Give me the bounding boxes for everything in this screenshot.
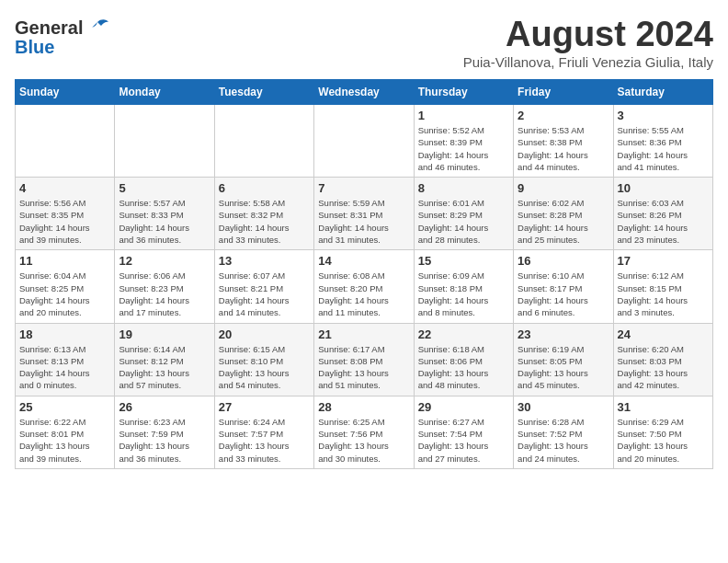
- day-number: 8: [418, 181, 509, 195]
- calendar-cell: 22Sunrise: 6:18 AM Sunset: 8:06 PM Dayli…: [414, 323, 513, 396]
- calendar-cell: 27Sunrise: 6:24 AM Sunset: 7:57 PM Dayli…: [214, 396, 313, 468]
- calendar-cell: 17Sunrise: 6:12 AM Sunset: 8:15 PM Dayli…: [613, 250, 712, 323]
- calendar-cell: [314, 105, 414, 178]
- day-info: Sunrise: 6:13 AM Sunset: 8:13 PM Dayligh…: [19, 343, 110, 392]
- calendar-cell: 31Sunrise: 6:29 AM Sunset: 7:50 PM Dayli…: [613, 396, 712, 468]
- day-info: Sunrise: 6:15 AM Sunset: 8:10 PM Dayligh…: [219, 343, 310, 392]
- day-info: Sunrise: 6:17 AM Sunset: 8:08 PM Dayligh…: [318, 343, 409, 392]
- weekday-header-thursday: Thursday: [414, 80, 513, 105]
- calendar-cell: 24Sunrise: 6:20 AM Sunset: 8:03 PM Dayli…: [613, 323, 712, 396]
- day-info: Sunrise: 6:12 AM Sunset: 8:15 PM Dayligh…: [618, 270, 709, 318]
- calendar-cell: 21Sunrise: 6:17 AM Sunset: 8:08 PM Dayli…: [314, 323, 414, 396]
- page-header: General Blue August 2024 Puia-Villanova,…: [15, 15, 713, 70]
- logo-general: General: [15, 17, 83, 39]
- day-number: 23: [518, 327, 609, 341]
- calendar-cell: 23Sunrise: 6:19 AM Sunset: 8:05 PM Dayli…: [514, 323, 613, 396]
- calendar-cell: [214, 105, 313, 178]
- calendar-cell: 26Sunrise: 6:23 AM Sunset: 7:59 PM Dayli…: [115, 396, 214, 468]
- calendar-cell: 7Sunrise: 5:59 AM Sunset: 8:31 PM Daylig…: [314, 178, 414, 250]
- day-info: Sunrise: 5:56 AM Sunset: 8:35 PM Dayligh…: [19, 197, 110, 246]
- logo-blue: Blue: [15, 37, 54, 58]
- week-row-3: 11Sunrise: 6:04 AM Sunset: 8:25 PM Dayli…: [16, 250, 713, 323]
- calendar-cell: 28Sunrise: 6:25 AM Sunset: 7:56 PM Dayli…: [314, 396, 414, 468]
- week-row-5: 25Sunrise: 6:22 AM Sunset: 8:01 PM Dayli…: [16, 396, 713, 468]
- day-info: Sunrise: 6:03 AM Sunset: 8:26 PM Dayligh…: [618, 197, 709, 246]
- calendar-cell: 16Sunrise: 6:10 AM Sunset: 8:17 PM Dayli…: [514, 250, 613, 323]
- day-number: 24: [618, 327, 709, 341]
- day-info: Sunrise: 5:58 AM Sunset: 8:32 PM Dayligh…: [219, 197, 310, 246]
- day-number: 9: [518, 181, 609, 195]
- day-info: Sunrise: 6:28 AM Sunset: 7:52 PM Dayligh…: [518, 416, 609, 465]
- day-number: 16: [518, 254, 609, 268]
- calendar-cell: 3Sunrise: 5:55 AM Sunset: 8:36 PM Daylig…: [613, 105, 712, 178]
- day-info: Sunrise: 6:10 AM Sunset: 8:17 PM Dayligh…: [518, 270, 609, 318]
- logo-bird-icon: [85, 15, 110, 40]
- calendar-cell: [115, 105, 214, 178]
- day-number: 7: [318, 181, 409, 195]
- location-subtitle: Puia-Villanova, Friuli Venezia Giulia, I…: [463, 54, 713, 70]
- week-row-2: 4Sunrise: 5:56 AM Sunset: 8:35 PM Daylig…: [16, 178, 713, 250]
- day-number: 17: [618, 254, 709, 268]
- day-number: 26: [119, 400, 210, 414]
- day-info: Sunrise: 6:07 AM Sunset: 8:21 PM Dayligh…: [219, 270, 310, 318]
- day-info: Sunrise: 6:20 AM Sunset: 8:03 PM Dayligh…: [618, 343, 709, 392]
- day-number: 19: [119, 327, 210, 341]
- calendar-cell: 14Sunrise: 6:08 AM Sunset: 8:20 PM Dayli…: [314, 250, 414, 323]
- day-number: 31: [618, 400, 709, 414]
- calendar-table: SundayMondayTuesdayWednesdayThursdayFrid…: [15, 79, 713, 469]
- day-info: Sunrise: 6:09 AM Sunset: 8:18 PM Dayligh…: [418, 270, 509, 318]
- logo: General Blue: [15, 15, 110, 58]
- day-info: Sunrise: 5:55 AM Sunset: 8:36 PM Dayligh…: [618, 124, 709, 173]
- calendar-cell: 13Sunrise: 6:07 AM Sunset: 8:21 PM Dayli…: [214, 250, 313, 323]
- day-info: Sunrise: 5:52 AM Sunset: 8:39 PM Dayligh…: [418, 124, 509, 173]
- calendar-cell: 4Sunrise: 5:56 AM Sunset: 8:35 PM Daylig…: [16, 178, 115, 250]
- calendar-cell: 15Sunrise: 6:09 AM Sunset: 8:18 PM Dayli…: [414, 250, 513, 323]
- day-info: Sunrise: 6:27 AM Sunset: 7:54 PM Dayligh…: [418, 416, 509, 465]
- day-number: 27: [219, 400, 310, 414]
- calendar-cell: 18Sunrise: 6:13 AM Sunset: 8:13 PM Dayli…: [16, 323, 115, 396]
- day-number: 2: [518, 109, 609, 122]
- day-number: 29: [418, 400, 509, 414]
- calendar-cell: 12Sunrise: 6:06 AM Sunset: 8:23 PM Dayli…: [115, 250, 214, 323]
- day-number: 28: [318, 400, 409, 414]
- calendar-cell: 5Sunrise: 5:57 AM Sunset: 8:33 PM Daylig…: [115, 178, 214, 250]
- day-info: Sunrise: 6:18 AM Sunset: 8:06 PM Dayligh…: [418, 343, 509, 392]
- day-number: 4: [19, 181, 110, 195]
- day-info: Sunrise: 6:25 AM Sunset: 7:56 PM Dayligh…: [318, 416, 409, 465]
- day-info: Sunrise: 5:53 AM Sunset: 8:38 PM Dayligh…: [518, 124, 609, 173]
- day-number: 12: [119, 254, 210, 268]
- day-info: Sunrise: 5:57 AM Sunset: 8:33 PM Dayligh…: [119, 197, 210, 246]
- calendar-cell: 9Sunrise: 6:02 AM Sunset: 8:28 PM Daylig…: [514, 178, 613, 250]
- title-block: August 2024 Puia-Villanova, Friuli Venez…: [463, 15, 713, 70]
- weekday-header-sunday: Sunday: [16, 80, 115, 105]
- day-number: 25: [19, 400, 110, 414]
- day-number: 15: [418, 254, 509, 268]
- calendar-cell: 6Sunrise: 5:58 AM Sunset: 8:32 PM Daylig…: [214, 178, 313, 250]
- day-info: Sunrise: 6:04 AM Sunset: 8:25 PM Dayligh…: [19, 270, 110, 318]
- calendar-cell: 25Sunrise: 6:22 AM Sunset: 8:01 PM Dayli…: [16, 396, 115, 468]
- day-number: 6: [219, 181, 310, 195]
- calendar-cell: 8Sunrise: 6:01 AM Sunset: 8:29 PM Daylig…: [414, 178, 513, 250]
- day-number: 5: [119, 181, 210, 195]
- calendar-cell: 29Sunrise: 6:27 AM Sunset: 7:54 PM Dayli…: [414, 396, 513, 468]
- weekday-header-saturday: Saturday: [613, 80, 712, 105]
- day-number: 13: [219, 254, 310, 268]
- week-row-4: 18Sunrise: 6:13 AM Sunset: 8:13 PM Dayli…: [16, 323, 713, 396]
- weekday-header-tuesday: Tuesday: [214, 80, 313, 105]
- calendar-cell: 30Sunrise: 6:28 AM Sunset: 7:52 PM Dayli…: [514, 396, 613, 468]
- day-info: Sunrise: 6:24 AM Sunset: 7:57 PM Dayligh…: [219, 416, 310, 465]
- day-number: 21: [318, 327, 409, 341]
- day-number: 20: [219, 327, 310, 341]
- day-info: Sunrise: 6:02 AM Sunset: 8:28 PM Dayligh…: [518, 197, 609, 246]
- calendar-cell: [16, 105, 115, 178]
- day-number: 3: [618, 109, 709, 122]
- weekday-header-friday: Friday: [514, 80, 613, 105]
- weekday-header-wednesday: Wednesday: [314, 80, 414, 105]
- calendar-cell: 11Sunrise: 6:04 AM Sunset: 8:25 PM Dayli…: [16, 250, 115, 323]
- day-number: 1: [418, 109, 509, 122]
- day-info: Sunrise: 6:08 AM Sunset: 8:20 PM Dayligh…: [318, 270, 409, 318]
- calendar-cell: 20Sunrise: 6:15 AM Sunset: 8:10 PM Dayli…: [214, 323, 313, 396]
- calendar-cell: 2Sunrise: 5:53 AM Sunset: 8:38 PM Daylig…: [514, 105, 613, 178]
- calendar-cell: 10Sunrise: 6:03 AM Sunset: 8:26 PM Dayli…: [613, 178, 712, 250]
- day-info: Sunrise: 6:22 AM Sunset: 8:01 PM Dayligh…: [19, 416, 110, 465]
